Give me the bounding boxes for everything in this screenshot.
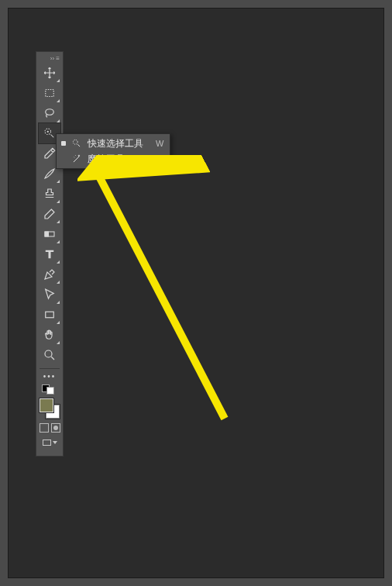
gradient-tool[interactable] [39,224,60,244]
svg-point-3 [47,131,49,133]
marquee-icon [43,86,57,100]
move-tool[interactable] [39,63,60,83]
lasso-icon [43,106,57,120]
hand-tool[interactable] [39,325,60,345]
default-colors-button[interactable] [39,383,60,395]
flyout-item-label: 快速选择工具 [88,137,148,150]
zoom-tool[interactable] [39,345,60,365]
gradient-icon [43,227,57,241]
hand-icon [43,328,57,342]
screen-mode-button[interactable] [39,436,60,450]
shape-tool[interactable] [39,305,60,325]
flyout-item-label: 魔棒工具 [88,153,148,166]
move-icon [43,66,57,80]
active-indicator-icon [61,157,66,161]
flyout-item-shortcut: W [156,139,163,148]
quick-select-icon [43,126,57,140]
flyout-item-shortcut: W [156,154,163,164]
lasso-tool[interactable] [39,103,60,123]
svg-point-8 [73,140,77,144]
active-indicator-icon [61,141,66,146]
quick-select-icon [70,137,83,150]
svg-rect-6 [46,312,54,318]
path-select-tool[interactable] [39,284,60,305]
canvas-area [8,8,384,578]
brush-icon [43,167,57,181]
quick-select-flyout: 快速选择工具 W 魔棒工具 W [56,133,170,169]
flyout-item-magic-wand[interactable]: 魔棒工具 W [57,151,170,167]
stamp-tool[interactable] [39,184,60,204]
pen-icon [43,267,57,281]
eyedropper-icon [43,146,57,160]
pen-tool[interactable] [39,264,60,284]
magnifier-icon [43,348,57,362]
toolbox-header[interactable]: ›› ≡ [36,53,63,63]
foreground-color-swatch[interactable] [40,398,53,412]
marquee-tool[interactable] [39,83,60,103]
color-swatches[interactable] [38,397,61,420]
flyout-item-quick-select[interactable]: 快速选择工具 W [57,136,170,151]
arrow-icon [43,288,57,302]
svg-rect-5 [45,232,49,236]
svg-point-1 [46,109,54,115]
svg-rect-0 [46,90,54,97]
type-tool[interactable] [39,244,60,264]
eraser-icon [43,207,57,221]
eraser-tool[interactable] [39,204,60,224]
svg-point-7 [45,350,52,357]
type-icon [43,247,57,261]
stamp-icon [43,187,57,201]
edit-toolbar-button[interactable]: ••• [39,372,60,383]
toolbox-separator [40,368,60,369]
rectangle-icon [43,308,57,322]
quick-mask-toggle[interactable] [39,420,60,436]
toolbox-panel: ›› ≡ [36,51,64,457]
magic-wand-icon [70,153,83,165]
